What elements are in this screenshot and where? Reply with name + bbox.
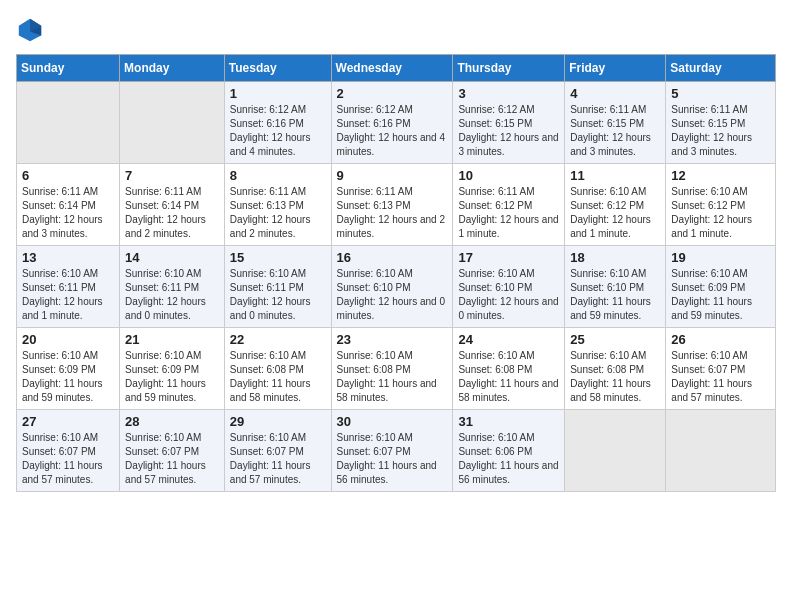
day-info: Sunrise: 6:10 AM Sunset: 6:07 PM Dayligh… — [337, 431, 448, 487]
calendar-cell — [666, 410, 776, 492]
day-info: Sunrise: 6:10 AM Sunset: 6:07 PM Dayligh… — [22, 431, 114, 487]
day-number: 16 — [337, 250, 448, 265]
calendar-cell: 7Sunrise: 6:11 AM Sunset: 6:14 PM Daylig… — [120, 164, 225, 246]
day-info: Sunrise: 6:10 AM Sunset: 6:12 PM Dayligh… — [570, 185, 660, 241]
calendar-cell — [17, 82, 120, 164]
calendar-week-4: 20Sunrise: 6:10 AM Sunset: 6:09 PM Dayli… — [17, 328, 776, 410]
calendar-cell: 28Sunrise: 6:10 AM Sunset: 6:07 PM Dayli… — [120, 410, 225, 492]
day-info: Sunrise: 6:10 AM Sunset: 6:10 PM Dayligh… — [458, 267, 559, 323]
day-number: 31 — [458, 414, 559, 429]
day-info: Sunrise: 6:10 AM Sunset: 6:11 PM Dayligh… — [125, 267, 219, 323]
calendar-cell: 3Sunrise: 6:12 AM Sunset: 6:15 PM Daylig… — [453, 82, 565, 164]
day-info: Sunrise: 6:11 AM Sunset: 6:15 PM Dayligh… — [671, 103, 770, 159]
calendar-cell: 2Sunrise: 6:12 AM Sunset: 6:16 PM Daylig… — [331, 82, 453, 164]
calendar-week-2: 6Sunrise: 6:11 AM Sunset: 6:14 PM Daylig… — [17, 164, 776, 246]
day-number: 1 — [230, 86, 326, 101]
calendar-week-5: 27Sunrise: 6:10 AM Sunset: 6:07 PM Dayli… — [17, 410, 776, 492]
calendar-body: 1Sunrise: 6:12 AM Sunset: 6:16 PM Daylig… — [17, 82, 776, 492]
calendar-cell: 29Sunrise: 6:10 AM Sunset: 6:07 PM Dayli… — [224, 410, 331, 492]
day-number: 7 — [125, 168, 219, 183]
header-cell-tuesday: Tuesday — [224, 55, 331, 82]
header-cell-saturday: Saturday — [666, 55, 776, 82]
day-number: 28 — [125, 414, 219, 429]
calendar-cell: 23Sunrise: 6:10 AM Sunset: 6:08 PM Dayli… — [331, 328, 453, 410]
calendar-cell: 4Sunrise: 6:11 AM Sunset: 6:15 PM Daylig… — [565, 82, 666, 164]
calendar-cell: 24Sunrise: 6:10 AM Sunset: 6:08 PM Dayli… — [453, 328, 565, 410]
day-number: 9 — [337, 168, 448, 183]
day-number: 11 — [570, 168, 660, 183]
day-number: 5 — [671, 86, 770, 101]
day-number: 26 — [671, 332, 770, 347]
day-number: 22 — [230, 332, 326, 347]
calendar-cell: 13Sunrise: 6:10 AM Sunset: 6:11 PM Dayli… — [17, 246, 120, 328]
calendar-cell: 22Sunrise: 6:10 AM Sunset: 6:08 PM Dayli… — [224, 328, 331, 410]
day-number: 20 — [22, 332, 114, 347]
page-header — [16, 16, 776, 44]
calendar-cell: 16Sunrise: 6:10 AM Sunset: 6:10 PM Dayli… — [331, 246, 453, 328]
calendar-cell: 20Sunrise: 6:10 AM Sunset: 6:09 PM Dayli… — [17, 328, 120, 410]
day-number: 25 — [570, 332, 660, 347]
logo — [16, 16, 48, 44]
day-number: 15 — [230, 250, 326, 265]
calendar-table: SundayMondayTuesdayWednesdayThursdayFrid… — [16, 54, 776, 492]
header-row: SundayMondayTuesdayWednesdayThursdayFrid… — [17, 55, 776, 82]
day-number: 10 — [458, 168, 559, 183]
header-cell-monday: Monday — [120, 55, 225, 82]
header-cell-thursday: Thursday — [453, 55, 565, 82]
day-info: Sunrise: 6:10 AM Sunset: 6:08 PM Dayligh… — [230, 349, 326, 405]
day-number: 19 — [671, 250, 770, 265]
day-info: Sunrise: 6:11 AM Sunset: 6:13 PM Dayligh… — [230, 185, 326, 241]
day-info: Sunrise: 6:10 AM Sunset: 6:12 PM Dayligh… — [671, 185, 770, 241]
day-number: 6 — [22, 168, 114, 183]
day-number: 4 — [570, 86, 660, 101]
calendar-cell: 10Sunrise: 6:11 AM Sunset: 6:12 PM Dayli… — [453, 164, 565, 246]
day-info: Sunrise: 6:10 AM Sunset: 6:11 PM Dayligh… — [230, 267, 326, 323]
calendar-cell: 15Sunrise: 6:10 AM Sunset: 6:11 PM Dayli… — [224, 246, 331, 328]
day-info: Sunrise: 6:11 AM Sunset: 6:14 PM Dayligh… — [22, 185, 114, 241]
header-cell-sunday: Sunday — [17, 55, 120, 82]
day-info: Sunrise: 6:10 AM Sunset: 6:06 PM Dayligh… — [458, 431, 559, 487]
day-info: Sunrise: 6:11 AM Sunset: 6:12 PM Dayligh… — [458, 185, 559, 241]
day-info: Sunrise: 6:10 AM Sunset: 6:09 PM Dayligh… — [671, 267, 770, 323]
day-number: 21 — [125, 332, 219, 347]
calendar-cell — [120, 82, 225, 164]
day-number: 27 — [22, 414, 114, 429]
header-cell-friday: Friday — [565, 55, 666, 82]
calendar-cell — [565, 410, 666, 492]
day-number: 14 — [125, 250, 219, 265]
day-number: 17 — [458, 250, 559, 265]
calendar-cell: 25Sunrise: 6:10 AM Sunset: 6:08 PM Dayli… — [565, 328, 666, 410]
day-info: Sunrise: 6:11 AM Sunset: 6:15 PM Dayligh… — [570, 103, 660, 159]
calendar-cell: 30Sunrise: 6:10 AM Sunset: 6:07 PM Dayli… — [331, 410, 453, 492]
day-number: 13 — [22, 250, 114, 265]
calendar-cell: 5Sunrise: 6:11 AM Sunset: 6:15 PM Daylig… — [666, 82, 776, 164]
day-info: Sunrise: 6:11 AM Sunset: 6:13 PM Dayligh… — [337, 185, 448, 241]
day-info: Sunrise: 6:10 AM Sunset: 6:07 PM Dayligh… — [671, 349, 770, 405]
calendar-cell: 19Sunrise: 6:10 AM Sunset: 6:09 PM Dayli… — [666, 246, 776, 328]
calendar-week-1: 1Sunrise: 6:12 AM Sunset: 6:16 PM Daylig… — [17, 82, 776, 164]
calendar-cell: 27Sunrise: 6:10 AM Sunset: 6:07 PM Dayli… — [17, 410, 120, 492]
day-number: 8 — [230, 168, 326, 183]
day-info: Sunrise: 6:12 AM Sunset: 6:16 PM Dayligh… — [230, 103, 326, 159]
day-number: 29 — [230, 414, 326, 429]
day-info: Sunrise: 6:10 AM Sunset: 6:09 PM Dayligh… — [125, 349, 219, 405]
day-info: Sunrise: 6:10 AM Sunset: 6:07 PM Dayligh… — [125, 431, 219, 487]
calendar-cell: 18Sunrise: 6:10 AM Sunset: 6:10 PM Dayli… — [565, 246, 666, 328]
day-info: Sunrise: 6:10 AM Sunset: 6:10 PM Dayligh… — [337, 267, 448, 323]
day-info: Sunrise: 6:10 AM Sunset: 6:08 PM Dayligh… — [570, 349, 660, 405]
day-info: Sunrise: 6:10 AM Sunset: 6:09 PM Dayligh… — [22, 349, 114, 405]
calendar-cell: 17Sunrise: 6:10 AM Sunset: 6:10 PM Dayli… — [453, 246, 565, 328]
logo-icon — [16, 16, 44, 44]
calendar-cell: 8Sunrise: 6:11 AM Sunset: 6:13 PM Daylig… — [224, 164, 331, 246]
day-number: 23 — [337, 332, 448, 347]
calendar-header: SundayMondayTuesdayWednesdayThursdayFrid… — [17, 55, 776, 82]
day-number: 30 — [337, 414, 448, 429]
calendar-cell: 26Sunrise: 6:10 AM Sunset: 6:07 PM Dayli… — [666, 328, 776, 410]
day-number: 2 — [337, 86, 448, 101]
day-info: Sunrise: 6:12 AM Sunset: 6:16 PM Dayligh… — [337, 103, 448, 159]
day-info: Sunrise: 6:10 AM Sunset: 6:11 PM Dayligh… — [22, 267, 114, 323]
calendar-cell: 9Sunrise: 6:11 AM Sunset: 6:13 PM Daylig… — [331, 164, 453, 246]
calendar-cell: 11Sunrise: 6:10 AM Sunset: 6:12 PM Dayli… — [565, 164, 666, 246]
calendar-cell: 14Sunrise: 6:10 AM Sunset: 6:11 PM Dayli… — [120, 246, 225, 328]
day-info: Sunrise: 6:10 AM Sunset: 6:08 PM Dayligh… — [458, 349, 559, 405]
